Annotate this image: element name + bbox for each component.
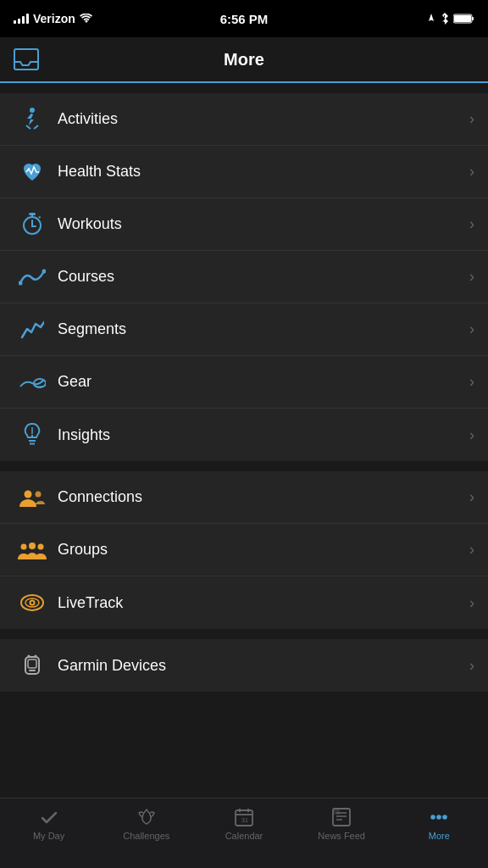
livetrack-icon — [14, 594, 51, 611]
carrier-label: Verizon — [33, 12, 75, 25]
activities-icon — [14, 107, 51, 132]
workouts-label: Workouts — [51, 215, 469, 233]
health-stats-label: Health Stats — [51, 163, 469, 181]
svg-line-10 — [39, 216, 41, 218]
activities-label: Activities — [51, 110, 469, 128]
workouts-icon — [14, 212, 51, 237]
gear-chevron: › — [469, 373, 474, 391]
inbox-icon[interactable] — [14, 47, 39, 71]
wifi-icon — [80, 14, 93, 24]
svg-point-20 — [21, 543, 27, 549]
menu-item-garmin-devices[interactable]: Garmin Devices › — [0, 639, 488, 692]
garmin-devices-label: Garmin Devices — [51, 657, 469, 675]
tab-news-feed[interactable]: News Feed — [293, 807, 391, 841]
livetrack-label: LiveTrack — [51, 594, 469, 612]
my-day-icon — [39, 807, 59, 827]
status-left: Verizon — [14, 12, 93, 25]
workouts-chevron: › — [469, 215, 474, 233]
insights-label: Insights — [51, 426, 469, 444]
devices-section: Garmin Devices › — [0, 639, 488, 692]
status-right — [426, 13, 474, 25]
groups-label: Groups — [51, 541, 469, 559]
svg-rect-28 — [28, 659, 36, 668]
nav-icon — [426, 14, 436, 24]
time-label: 6:56 PM — [220, 12, 269, 26]
more-dots-icon — [427, 807, 451, 827]
svg-point-18 — [25, 490, 32, 498]
svg-point-4 — [30, 108, 35, 113]
svg-point-42 — [431, 815, 436, 820]
svg-point-44 — [443, 815, 448, 820]
fitness-section: Activities › Health Stats › Workouts › — [0, 93, 488, 461]
svg-text:31: 31 — [241, 817, 248, 823]
health-stats-chevron: › — [469, 163, 474, 181]
svg-point-17 — [31, 435, 33, 437]
insights-icon — [14, 422, 51, 448]
tab-my-day[interactable]: My Day — [0, 807, 97, 841]
social-section: Connections › Groups › LiveTrack — [0, 471, 488, 629]
connections-icon — [14, 488, 51, 507]
gear-icon — [14, 373, 51, 392]
menu-item-insights[interactable]: Insights › — [0, 409, 488, 461]
segments-label: Segments — [51, 320, 469, 338]
calendar-label: Calendar — [225, 831, 263, 841]
menu-item-livetrack[interactable]: LiveTrack › — [0, 576, 488, 629]
tab-calendar[interactable]: 31 Calendar — [195, 807, 292, 841]
garmin-devices-chevron: › — [469, 657, 474, 675]
svg-rect-3 — [14, 49, 38, 70]
signal-icon — [14, 14, 29, 24]
menu-item-connections[interactable]: Connections › — [0, 471, 488, 524]
health-stats-icon — [14, 160, 51, 184]
header: More — [0, 37, 488, 83]
status-bar: Verizon 6:56 PM — [0, 0, 488, 37]
segments-chevron: › — [469, 320, 474, 338]
challenges-label: Challenges — [123, 831, 169, 841]
connections-label: Connections — [51, 488, 469, 506]
menu-item-segments[interactable]: Segments › — [0, 303, 488, 356]
courses-icon — [14, 268, 51, 287]
svg-point-43 — [437, 815, 442, 820]
my-day-label: My Day — [33, 831, 64, 841]
menu-item-groups[interactable]: Groups › — [0, 524, 488, 576]
header-title: More — [224, 50, 264, 70]
courses-chevron: › — [469, 268, 474, 286]
livetrack-chevron: › — [469, 594, 474, 612]
tab-more[interactable]: More — [391, 807, 488, 841]
tab-challenges[interactable]: Challenges — [97, 807, 195, 841]
battery-icon — [453, 14, 474, 24]
menu-item-gear[interactable]: Gear › — [0, 356, 488, 409]
segments-icon — [14, 319, 51, 341]
svg-rect-8 — [29, 213, 36, 215]
bluetooth-icon — [441, 13, 449, 25]
tab-bar: My Day Challenges 31 Calendar — [0, 798, 488, 868]
svg-line-5 — [26, 125, 30, 129]
insights-chevron: › — [469, 426, 474, 444]
svg-rect-1 — [472, 17, 474, 20]
groups-icon — [14, 541, 51, 559]
svg-point-22 — [38, 543, 44, 549]
svg-point-26 — [31, 602, 34, 604]
calendar-icon: 31 — [234, 807, 254, 827]
menu-item-courses[interactable]: Courses › — [0, 251, 488, 303]
svg-point-19 — [36, 491, 42, 497]
svg-line-6 — [34, 125, 38, 129]
svg-rect-2 — [454, 15, 471, 22]
courses-label: Courses — [51, 268, 469, 286]
groups-chevron: › — [469, 541, 474, 559]
news-feed-label: News Feed — [318, 831, 365, 841]
svg-rect-41 — [333, 809, 340, 815]
news-feed-icon — [331, 807, 352, 827]
menu-item-workouts[interactable]: Workouts › — [0, 198, 488, 251]
menu-item-activities[interactable]: Activities › — [0, 93, 488, 146]
activities-chevron: › — [469, 110, 474, 128]
garmin-devices-icon — [14, 654, 51, 677]
connections-chevron: › — [469, 488, 474, 506]
challenges-icon — [136, 807, 157, 827]
gear-label: Gear — [51, 373, 469, 391]
svg-point-21 — [29, 542, 36, 549]
menu-item-health-stats[interactable]: Health Stats › — [0, 146, 488, 198]
more-label: More — [429, 831, 450, 841]
